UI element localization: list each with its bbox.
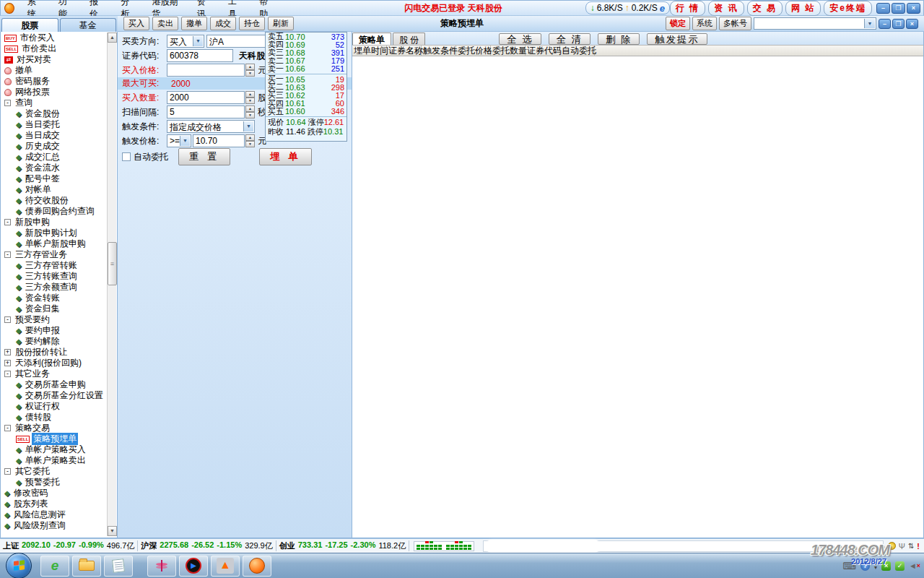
panel-button-全清[interactable]: 全 清 (549, 33, 590, 45)
sidebar-item-资金转账[interactable]: ◆资金转账 (1, 293, 108, 303)
collapse-icon[interactable]: - (4, 251, 11, 258)
sidebar-item-策略预埋单[interactable]: SELL策略预埋单 (1, 434, 108, 444)
lock-button[interactable]: 锁定 (666, 17, 690, 30)
sidebar-item-股东列表[interactable]: ◆股东列表 (1, 499, 108, 509)
sidebar-item-风险级别查询[interactable]: ◆风险级别查询 (1, 520, 108, 531)
volume-muted-icon[interactable]: ◄ (909, 561, 917, 570)
sidebar-item-单帐户策略卖出[interactable]: ◆单帐户策略卖出 (1, 455, 108, 466)
toolbar-button-撤单[interactable]: 撤单 (181, 17, 207, 30)
antenna-icon[interactable]: Ψ (899, 542, 905, 551)
sidebar-item-要约解除[interactable]: ◆要约解除 (1, 336, 108, 347)
sidebar-item-三方余额查询[interactable]: ◆三方余额查询 (1, 282, 108, 293)
collapse-icon[interactable]: - (4, 316, 11, 323)
tab-股票[interactable]: 股票 (1, 18, 58, 32)
quantity-stepper[interactable]: ▲▼ (245, 91, 255, 104)
antivirus-shield-icon[interactable]: ✓ (895, 561, 905, 571)
media-player-icon[interactable]: ▶ (179, 556, 208, 577)
restore-button[interactable]: ❐ (892, 3, 905, 14)
scrollbar-thumb[interactable] (108, 242, 117, 285)
column-header-证券代码[interactable]: 证券代码 (526, 46, 560, 56)
panel-button-删除[interactable]: 删 除 (598, 33, 640, 45)
column-header-委托价格[interactable]: 委托价格 (456, 46, 491, 56)
updown-icon[interactable]: ⇅ (908, 542, 914, 550)
sidebar-item-三方存管业务[interactable]: -三方存管业务 (1, 249, 108, 260)
price-stepper[interactable]: ▲▼ (245, 64, 255, 77)
sidebar-item-市价买入[interactable]: BUY市价买入 (1, 33, 108, 43)
sidebar-item-单帐户策略买入[interactable]: ◆单帐户策略买入 (1, 444, 108, 455)
sidebar-item-网络投票[interactable]: 网络投票 (1, 87, 108, 98)
sidebar-item-风险信息测评[interactable]: ◆风险信息测评 (1, 509, 108, 520)
top-button-网站[interactable]: 网 站 (785, 1, 821, 16)
tab-基金[interactable]: 基金 (60, 18, 117, 32)
panel-tab-股份[interactable]: 股 份 (393, 33, 425, 45)
alert-icon[interactable]: ! (917, 542, 920, 551)
sidebar-item-资金流水[interactable]: ◆资金流水 (1, 163, 108, 173)
interval-stepper[interactable]: ▲▼ (245, 105, 255, 118)
column-header-委托数量[interactable]: 委托数量 (491, 46, 526, 56)
interval-input[interactable] (167, 105, 245, 118)
quote-level-买五[interactable]: 买五10.60346 (266, 108, 346, 116)
sidebar-item-策略交易[interactable]: -策略交易 (1, 423, 108, 434)
collapse-icon[interactable]: - (4, 371, 11, 377)
expand-icon[interactable]: + (4, 349, 11, 355)
sidebar-item-成交汇总[interactable]: ◆成交汇总 (1, 152, 108, 163)
collapse-icon[interactable]: - (4, 219, 11, 225)
toolbar-button-刷新[interactable]: 刷新 (268, 17, 294, 30)
direction-select[interactable]: 买入 ▼ (167, 35, 204, 48)
sidebar-item-预受要约[interactable]: -预受要约 (1, 314, 108, 325)
sidebar-item-查询[interactable]: -查询 (1, 98, 108, 108)
expand-icon[interactable]: + (4, 360, 11, 366)
sidebar-item-撤单[interactable]: 撤单 (1, 65, 108, 76)
expand-carets-icon[interactable]: ▴▾ (874, 561, 877, 570)
file-explorer-icon[interactable] (72, 556, 101, 577)
toolbar-button-成交[interactable]: 成交 (210, 17, 236, 30)
condition-select[interactable]: 指定成交价格 ▼ (167, 120, 255, 133)
top-button-行情[interactable]: 行 情 (670, 1, 705, 16)
collapse-icon[interactable]: - (4, 425, 11, 431)
column-header-自动委托[interactable]: 自动委托 (560, 46, 595, 56)
sidebar-item-单帐户新股申购[interactable]: ◆单帐户新股申购 (1, 238, 108, 249)
trigger-price-stepper[interactable]: ▲▼ (245, 134, 255, 147)
minimize-button[interactable]: – (876, 3, 890, 14)
screenshot-tool-icon[interactable] (147, 556, 176, 577)
trigger-op-select[interactable]: >= ▼ (167, 134, 191, 147)
quantity-input[interactable] (167, 91, 245, 104)
orange-browser-icon[interactable] (243, 556, 271, 577)
sidebar-item-要约申报[interactable]: ◆要约申报 (1, 325, 108, 336)
sidebar-item-资金归集[interactable]: ◆资金归集 (1, 303, 108, 314)
price-input[interactable] (167, 64, 245, 77)
sidebar-item-配号中签[interactable]: ◆配号中签 (1, 173, 108, 184)
sidebar-item-三方转账查询[interactable]: ◆三方转账查询 (1, 271, 108, 282)
sidebar-item-天添利(报价回购)[interactable]: +天添利(报价回购) (1, 358, 108, 368)
sidebar-item-对帐单[interactable]: ◆对帐单 (1, 184, 108, 195)
start-button[interactable] (6, 553, 32, 578)
sidebar-item-新股申购[interactable]: -新股申购 (1, 217, 108, 228)
sidebar-item-三方存管转账[interactable]: ◆三方存管转账 (1, 260, 108, 271)
toolbar-button-卖出[interactable]: 卖出 (152, 17, 178, 30)
column-header-证券名称[interactable]: 证券名称 (387, 46, 422, 56)
quote-level-卖一[interactable]: 卖一10.66251 (266, 65, 346, 73)
top-button-资讯[interactable]: 资 讯 (708, 1, 744, 16)
account-combobox[interactable]: ▼ (754, 17, 876, 30)
collapse-icon[interactable]: - (4, 468, 11, 475)
help-icon[interactable]: ? (860, 561, 870, 571)
panel-button-触发提示[interactable]: 触发提示 (647, 33, 707, 45)
column-header-埋单时间[interactable]: 埋单时间 (352, 46, 387, 56)
sidebar-item-待交收股份[interactable]: ◆待交收股份 (1, 195, 108, 206)
antivirus-x-icon[interactable]: × (881, 561, 891, 571)
close-button[interactable]: × (907, 3, 920, 14)
inner-minimize-button[interactable]: – (879, 19, 891, 29)
inner-close-button[interactable]: × (906, 19, 918, 29)
reset-button[interactable]: 重 置 (178, 148, 230, 165)
column-header-触发条件[interactable]: 触发条件 (422, 46, 456, 56)
flame-app-icon[interactable]: ▲ (211, 556, 240, 577)
panel-tab-策略单[interactable]: 策略单 (352, 33, 391, 45)
toolbar-button-买入[interactable]: 买入 (123, 17, 149, 30)
top-button-交易[interactable]: 交 易 (747, 1, 783, 16)
trigger-price-input[interactable] (193, 134, 245, 147)
ie-browser-icon[interactable]: e (40, 556, 69, 577)
scroll-down-icon[interactable]: ▼ (108, 526, 117, 536)
place-order-button[interactable]: 埋 单 (259, 148, 311, 165)
auto-order-checkbox[interactable] (122, 152, 131, 161)
system-button[interactable]: 系统 (692, 17, 717, 30)
